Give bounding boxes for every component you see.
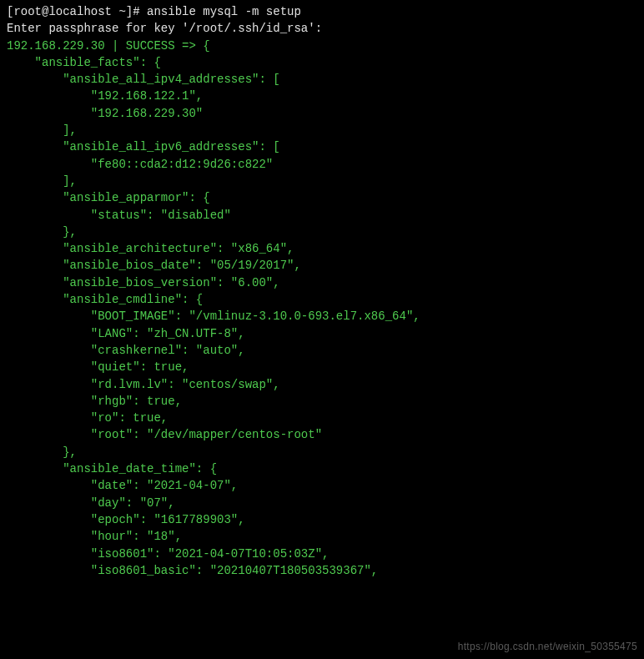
json-output-line: "ansible_facts": {: [7, 54, 637, 71]
json-output-line: "rhgb": true,: [7, 393, 637, 410]
passphrase-prompt-line: Enter passphrase for key '/root/.ssh/id_…: [7, 20, 637, 37]
json-output-line: "status": "disabled": [7, 207, 637, 224]
json-output-line: "ansible_bios_version": "6.00",: [7, 274, 637, 291]
json-output-line: "quiet": true,: [7, 359, 637, 375]
json-output-line: "iso8601_basic": "20210407T180503539367"…: [7, 562, 637, 579]
json-output-line: "ro": true,: [7, 410, 637, 426]
json-output: "ansible_facts": { "ansible_all_ipv4_add…: [7, 54, 637, 579]
command-prompt-line: [root@localhost ~]# ansible mysql -m set…: [7, 3, 637, 20]
json-output-line: "epoch": "1617789903",: [7, 511, 637, 528]
json-output-line: "ansible_date_time": {: [7, 460, 637, 477]
passphrase-prompt: Enter passphrase for key '/root/.ssh/id_…: [7, 22, 322, 35]
json-output-line: "ansible_cmdline": {: [7, 291, 637, 308]
json-output-line: "ansible_all_ipv4_addresses": [: [7, 71, 637, 88]
json-output-line: "rd.lvm.lv": "centos/swap",: [7, 376, 637, 393]
json-output-line: },: [7, 224, 637, 240]
json-output-line: "LANG": "zh_CN.UTF-8",: [7, 325, 637, 342]
json-output-line: "iso8601": "2021-04-07T10:05:03Z",: [7, 546, 637, 562]
json-output-line: "crashkernel": "auto",: [7, 342, 637, 359]
json-output-line: "root": "/dev/mapper/centos-root": [7, 426, 637, 443]
terminal-window: [root@localhost ~]# ansible mysql -m set…: [7, 3, 637, 579]
json-output-line: "date": "2021-04-07",: [7, 477, 637, 494]
json-output-line: "ansible_apparmor": {: [7, 189, 637, 206]
json-output-line: "192.168.122.1",: [7, 88, 637, 104]
result-header: 192.168.229.30 | SUCCESS => {: [7, 39, 210, 53]
json-output-line: "ansible_bios_date": "05/19/2017",: [7, 257, 637, 274]
json-output-line: ],: [7, 122, 637, 138]
shell-prompt[interactable]: [root@localhost ~]# ansible mysql -m set…: [7, 5, 301, 18]
json-output-line: },: [7, 444, 637, 460]
json-output-line: ],: [7, 173, 637, 189]
json-output-line: "192.168.229.30": [7, 105, 637, 122]
json-output-line: "ansible_architecture": "x86_64",: [7, 240, 637, 257]
json-output-line: "BOOT_IMAGE": "/vmlinuz-3.10.0-693.el7.x…: [7, 308, 637, 324]
json-output-line: "day": "07",: [7, 495, 637, 511]
result-header-line: 192.168.229.30 | SUCCESS => {: [7, 38, 637, 54]
watermark-text: https://blog.csdn.net/weixin_50355475: [458, 640, 637, 654]
json-output-line: "hour": "18",: [7, 528, 637, 545]
json-output-line: "fe80::cda2:d12:9d26:c822": [7, 156, 637, 173]
json-output-line: "ansible_all_ipv6_addresses": [: [7, 138, 637, 155]
